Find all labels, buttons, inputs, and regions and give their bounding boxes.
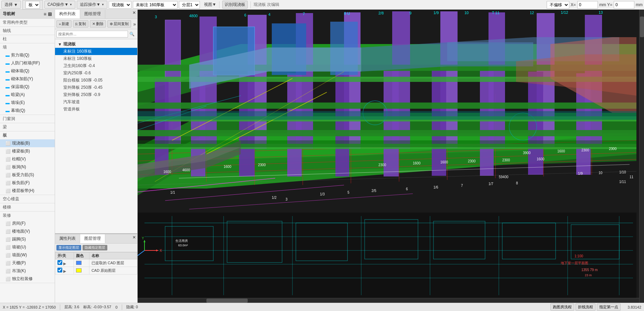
select-button[interactable]: 选择 ▼ [1, 1, 21, 9]
layer-visibility-1[interactable]: ▶ [55, 259, 74, 267]
sidebar-item-floor-band[interactable]: ⬜ 楼层板带(H) [0, 187, 55, 195]
track-ops-button[interactable]: 追踪操作▼ [77, 1, 107, 9]
tree-item-balcony-label: 阳台模板 160厚 -0.05 [63, 77, 103, 83]
tree-item-ramp[interactable]: 汽车坡道 [55, 98, 137, 106]
svg-rect-38 [480, 71, 494, 176]
list-view-icon[interactable]: ≡ [44, 11, 46, 17]
grid-view-icon[interactable]: ⊞ [48, 11, 52, 17]
sidebar-item-floor-surface[interactable]: ⬜ 楼地面(V) [0, 227, 55, 235]
section-beam-title[interactable]: 梁 [0, 123, 55, 131]
sidebar-item-slab-neg-rebar[interactable]: ⬜ 板负筋(F) [0, 179, 55, 187]
svg-text:7: 7 [303, 12, 305, 16]
section-axis-title[interactable]: 轴线 [0, 27, 55, 35]
scrollbar-thumb-h[interactable] [206, 299, 248, 303]
layer-expand-2[interactable]: ▶ [63, 269, 66, 273]
vertical-scrollbar[interactable] [639, 10, 644, 303]
section-hollow-floor-title[interactable]: 空心楼盖 [0, 195, 55, 203]
tree-item-pipe[interactable]: 管道井板 [55, 106, 137, 113]
layer-checkbox-2[interactable] [57, 268, 62, 272]
layer-expand-1[interactable]: ▶ [63, 261, 66, 266]
sidebar-item-thermal-wall[interactable]: ▬ 保温墙(Q) [0, 83, 55, 91]
room-label: 房间(F) [12, 221, 25, 226]
cad-ops-button[interactable]: CAD操作▼ [44, 1, 75, 9]
section-stair-title[interactable]: 楼梯 [0, 203, 55, 211]
offset-select[interactable]: 不偏移 [547, 1, 569, 9]
section-wall-title[interactable]: 墙 [0, 43, 55, 51]
main-layout: 导航树 ≡ ⊞ 常用构件类型 轴线 柱 墙 ▬ 剪力墙(Q) ▬ 人防门框墙(R… [0, 10, 644, 303]
floor-select[interactable]: 板 [22, 0, 43, 10]
svg-text:2/5: 2/5 [372, 189, 376, 193]
value-label: 0 [115, 305, 117, 309]
specify-point-btn[interactable]: 指定第一点 [597, 303, 621, 311]
section-common-title[interactable]: 常用构件类型 [0, 19, 55, 26]
route-room-btn[interactable]: 跑图房洗程 [550, 303, 574, 311]
section-column-title[interactable]: 柱 [0, 35, 55, 43]
layer-select[interactable]: 分层1 [179, 1, 200, 9]
sidebar-item-suspended-ceiling[interactable]: ⬜ 吊顶(K) [0, 267, 55, 275]
sidebar-item-baseboard[interactable]: ⬜ 踢脚(S) [0, 235, 55, 243]
type-size-select[interactable]: 未标注 160厚板 未标注 180厚板 [133, 1, 178, 9]
cad-viewport[interactable]: 3 4800 6 4 7 8 U 2/8 9 1/9 10 T 11 12 1/… [138, 10, 644, 303]
tab-component-list[interactable]: 构件列表 [55, 10, 80, 19]
x-input[interactable] [577, 1, 598, 9]
tree-item-toilet-label: 卫生间160厚 -0.4 [63, 63, 95, 69]
close-layer-panel-icon[interactable]: ✕ [131, 234, 137, 243]
main-view[interactable]: 3 4800 6 4 7 8 U 2/8 9 1/9 10 T 11 12 1/… [138, 10, 644, 303]
sidebar-item-column-cap[interactable]: ⬜ 柱帽(V) [0, 155, 55, 163]
sidebar-item-hidden-beam[interactable]: ▬ 暗梁(A) [0, 91, 55, 99]
tree-item-outdoor250-045[interactable]: 室外降板 250厚 -0.45 [55, 84, 137, 91]
tree-item-indoor250[interactable]: 室内250厚 -0.6 [55, 69, 137, 77]
tree-item-180[interactable]: 未标注 180厚板 [55, 55, 137, 62]
svg-text:2300: 2300 [468, 159, 476, 163]
floor-dropdown[interactable]: 板 [25, 1, 40, 9]
show-layer-btn[interactable]: 显示指定图层 [56, 245, 81, 250]
identify-label[interactable]: 识别现浇板 [222, 1, 248, 9]
search-input[interactable] [56, 31, 128, 37]
tree-item-outdoor250-09[interactable]: 室外降板 250厚 -0.9 [55, 91, 137, 98]
sidebar-item-ceiling[interactable]: ⬜ 天棚(P) [0, 259, 55, 267]
search-box: 🔍 [55, 29, 137, 39]
tree-item-160[interactable]: 未标注 160厚板 [55, 48, 137, 55]
new-button[interactable]: + 新建 [56, 20, 72, 28]
tree-root-node[interactable]: ▼ 现浇板 [55, 41, 137, 48]
sidebar-item-slab-rebar[interactable]: ⬜ 板受力筋(S) [0, 171, 55, 179]
delete-button[interactable]: ✕ 删除 [90, 20, 106, 28]
floor-copy-button[interactable]: ⊕ 层间复制 [107, 20, 131, 28]
y-input[interactable] [614, 1, 634, 9]
expand-icon[interactable]: » [133, 21, 136, 27]
polyline-btn[interactable]: 折线洗程 [576, 303, 595, 311]
sidebar-item-wall-buttress[interactable]: ▬ 墙垛(E) [0, 99, 55, 107]
sidebar-item-room[interactable]: ⬜ 房间(F) [0, 219, 55, 227]
select-label: 选择 [4, 2, 13, 8]
tree-item-balcony[interactable]: 阳台模板 160厚 -0.05 [55, 77, 137, 84]
tab-drawing-manage[interactable]: 图纸管理 [80, 10, 105, 19]
element-type-select[interactable]: 现浇板 [109, 1, 131, 9]
tree-item-toilet[interactable]: 卫生间160厚 -0.4 [55, 62, 137, 69]
svg-text:1600: 1600 [224, 165, 232, 169]
sidebar-item-shear-wall[interactable]: ▬ 剪力墙(Q) [0, 51, 55, 59]
section-slab-title[interactable]: 板 [0, 131, 55, 139]
section-door-window-title[interactable]: 门窗洞 [0, 115, 55, 123]
close-panel-icon[interactable]: ✕ [131, 10, 137, 19]
sidebar-item-curtain-wall[interactable]: ▬ 幕墙(Q) [0, 107, 55, 115]
scrollbar-thumb-v[interactable] [640, 17, 644, 37]
hide-layer-btn[interactable]: 隐藏指定图层 [83, 245, 107, 250]
sidebar-item-slab-hole[interactable]: ⬜ 板洞(N) [0, 163, 55, 171]
sidebar-item-wall-surface[interactable]: ⬜ 墙面(W) [0, 251, 55, 259]
sidebar-item-cast-slab[interactable]: ⬜ 现浇板(B) [0, 139, 55, 147]
tab-properties[interactable]: 属性列表 [55, 234, 80, 243]
tree-root-label: 现浇板 [63, 41, 76, 47]
sidebar-item-dado[interactable]: ⬜ 墙裙(U) [0, 243, 55, 251]
layer-checkbox-1[interactable] [57, 260, 62, 265]
sidebar-item-column-decoration[interactable]: ⬜ 独立柱装修 [0, 275, 55, 283]
layer-visibility-2[interactable]: ▶ [55, 267, 74, 275]
search-icon[interactable]: 🔍 [128, 31, 136, 37]
section-decoration-title[interactable]: 装修 [0, 212, 55, 219]
copy-button[interactable]: ⎘ 复制 [73, 20, 88, 28]
sidebar-item-floor-slab[interactable]: ⬜ 楼梁板(B) [0, 147, 55, 155]
sidebar-item-masonry-wall[interactable]: ▬ 砌体墙(Q) [0, 67, 55, 75]
sidebar-item-masonry-rebar[interactable]: ▬ 砌体加筋(Y) [0, 75, 55, 83]
horizontal-scrollbar[interactable] [138, 298, 639, 303]
tab-layer-manage[interactable]: 图层管理 [80, 234, 105, 243]
sidebar-item-civil-defense-wall[interactable]: ▬ 人防门框墙(RF) [0, 59, 55, 67]
